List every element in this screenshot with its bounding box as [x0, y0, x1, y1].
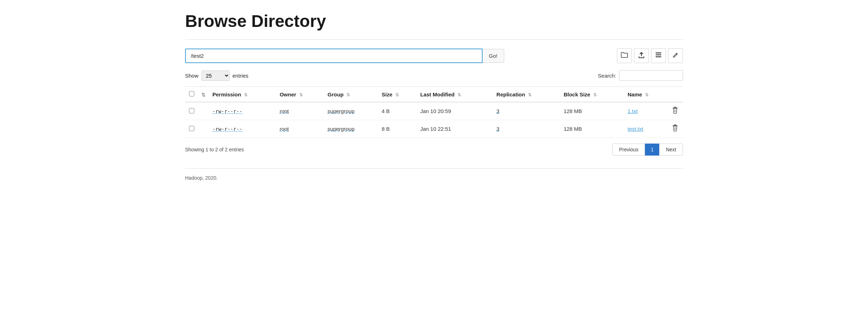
show-label: Show [185, 73, 199, 79]
svg-rect-1 [656, 54, 661, 55]
sort-icon: ⇅ [201, 92, 205, 97]
search-group: Search: [598, 70, 683, 81]
owner-link-1[interactable]: root [280, 108, 289, 114]
footer-divider [185, 168, 683, 169]
page-footer-text: Hadoop, 2020. [185, 175, 683, 181]
th-group[interactable]: Group ⇅ [324, 87, 378, 102]
path-input[interactable] [185, 49, 483, 63]
th-sort[interactable]: ⇅ [198, 87, 209, 102]
row-group-2: supergroup [324, 120, 378, 138]
th-owner[interactable]: Owner ⇅ [276, 87, 324, 102]
row-owner-1: root [276, 102, 324, 120]
file-link-2[interactable]: test.txt [628, 126, 643, 132]
row-checkbox-2[interactable] [189, 126, 194, 131]
table-header-row: ⇅ Permission ⇅ Owner ⇅ Group ⇅ Size ⇅ La… [185, 87, 683, 102]
th-last-modified[interactable]: Last Modified ⇅ [417, 87, 493, 102]
permission-sort-icon: ⇅ [244, 92, 247, 97]
th-size[interactable]: Size ⇅ [378, 87, 417, 102]
svg-rect-0 [656, 52, 661, 54]
delete-icon-2[interactable] [672, 126, 678, 133]
list-icon-btn[interactable] [651, 48, 666, 63]
path-bar-row: Go! [185, 48, 683, 63]
svg-rect-2 [656, 56, 661, 57]
search-input[interactable] [619, 70, 683, 81]
replication-link-2[interactable]: 3 [496, 126, 499, 132]
block-size-sort-icon: ⇅ [593, 92, 597, 97]
th-permission[interactable]: Permission ⇅ [209, 87, 276, 102]
next-button[interactable]: Next [659, 144, 683, 156]
folder-icon [621, 52, 628, 60]
pagination: Previous 1 Next [612, 144, 683, 156]
row-replication-1: 3 [493, 102, 560, 120]
last-modified-sort-icon: ⇅ [457, 92, 461, 97]
entries-select[interactable]: 10 25 50 100 [201, 71, 230, 81]
row-delete-1 [669, 102, 683, 120]
row-block-size-2: 128 MB [560, 120, 624, 138]
th-delete [669, 87, 683, 102]
row-icon-cell-1 [198, 102, 209, 120]
row-size-2: 8 B [378, 120, 417, 138]
row-size-1: 4 B [378, 102, 417, 120]
row-icon-cell-2 [198, 120, 209, 138]
table-footer: Showing 1 to 2 of 2 entries Previous 1 N… [185, 144, 683, 156]
row-permission-2: -rw-r--r-- [209, 120, 276, 138]
row-last-modified-1: Jan 10 20:59 [417, 102, 493, 120]
list-icon [655, 52, 662, 60]
current-page-number[interactable]: 1 [645, 144, 659, 156]
th-replication[interactable]: Replication ⇅ [493, 87, 560, 102]
svg-rect-3 [674, 107, 676, 108]
table-row: -rw-r--r-- root supergroup 8 B Jan 10 22… [185, 120, 683, 138]
upload-icon [638, 51, 645, 60]
previous-button[interactable]: Previous [612, 144, 645, 156]
row-replication-2: 3 [493, 120, 560, 138]
table-controls: Show 10 25 50 100 entries Search: [185, 70, 683, 81]
go-button[interactable]: Go! [483, 49, 504, 63]
toolbar-icons [617, 48, 683, 63]
entries-label: entries [233, 73, 249, 79]
row-last-modified-2: Jan 10 22:51 [417, 120, 493, 138]
file-link-1[interactable]: 1.txt [628, 108, 638, 114]
th-name[interactable]: Name ⇅ [624, 87, 669, 102]
group-link-2[interactable]: supergroup [328, 126, 355, 132]
name-sort-icon: ⇅ [645, 92, 649, 97]
rename-icon [672, 52, 679, 60]
row-delete-2 [669, 120, 683, 138]
header-divider [185, 39, 683, 40]
upload-icon-btn[interactable] [634, 48, 649, 63]
row-name-1: 1.txt [624, 102, 669, 120]
delete-icon-1[interactable] [672, 108, 678, 115]
table-row: -rw-r--r-- root supergroup 4 B Jan 10 20… [185, 102, 683, 120]
rename-icon-btn[interactable] [668, 48, 683, 63]
th-block-size[interactable]: Block Size ⇅ [560, 87, 624, 102]
files-table: ⇅ Permission ⇅ Owner ⇅ Group ⇅ Size ⇅ La… [185, 86, 683, 138]
row-checkbox-1[interactable] [189, 108, 194, 113]
row-block-size-1: 128 MB [560, 102, 624, 120]
showing-text: Showing 1 to 2 of 2 entries [185, 147, 244, 152]
size-sort-icon: ⇅ [395, 92, 399, 97]
owner-link-2[interactable]: root [280, 126, 289, 132]
page-title: Browse Directory [185, 11, 683, 31]
select-all-header [185, 87, 198, 102]
group-link-1[interactable]: supergroup [328, 108, 355, 114]
select-all-checkbox[interactable] [189, 91, 194, 96]
row-checkbox-cell [185, 102, 198, 120]
row-group-1: supergroup [324, 102, 378, 120]
path-input-group: Go! [185, 49, 504, 63]
show-entries-group: Show 10 25 50 100 entries [185, 71, 249, 81]
row-name-2: test.txt [624, 120, 669, 138]
row-checkbox-cell [185, 120, 198, 138]
folder-icon-btn[interactable] [617, 48, 632, 63]
group-sort-icon: ⇅ [346, 92, 350, 97]
search-label: Search: [598, 73, 616, 79]
replication-link-1[interactable]: 3 [496, 108, 499, 114]
owner-sort-icon: ⇅ [299, 92, 303, 97]
svg-rect-7 [674, 125, 676, 125]
replication-sort-icon: ⇅ [528, 92, 532, 97]
row-permission-1: -rw-r--r-- [209, 102, 276, 120]
row-owner-2: root [276, 120, 324, 138]
